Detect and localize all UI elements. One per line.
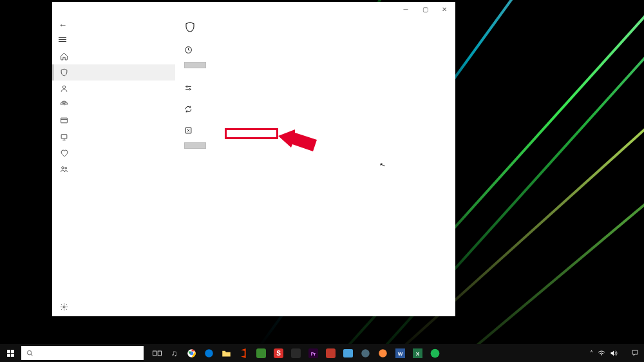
sidebar-item-account[interactable] <box>52 81 175 97</box>
system-tray: ˄ <box>585 349 644 357</box>
svg-point-1 <box>64 104 64 105</box>
start-button[interactable] <box>0 344 21 362</box>
shield-icon <box>184 21 196 33</box>
app-blue-icon[interactable] <box>339 344 357 362</box>
current-threats-heading <box>184 46 330 54</box>
app-red-icon[interactable]: S <box>270 344 287 362</box>
search-input[interactable] <box>21 346 144 360</box>
svg-point-36 <box>431 348 440 357</box>
titlebar: ─ ▢ ✕ <box>52 2 455 16</box>
page-title <box>184 21 330 33</box>
svg-rect-25 <box>291 348 301 358</box>
search-icon <box>26 350 33 357</box>
svg-point-31 <box>379 349 387 357</box>
sidebar-item-performance[interactable] <box>52 145 175 161</box>
premiere-icon[interactable]: Pr <box>305 344 322 362</box>
sidebar-item-device-security[interactable] <box>52 129 175 145</box>
svg-point-6 <box>63 306 65 308</box>
hamburger-icon[interactable] <box>52 33 175 48</box>
sidebar-item-home[interactable] <box>52 48 175 64</box>
explorer-icon[interactable] <box>218 344 235 362</box>
svg-rect-17 <box>153 351 156 356</box>
tray-chevron-icon[interactable]: ˄ <box>590 350 593 357</box>
taskbar: ♫ S Pr W X ˄ <box>0 344 644 362</box>
svg-rect-15 <box>11 354 14 357</box>
word-icon[interactable]: W <box>392 344 409 362</box>
aside <box>330 21 446 309</box>
svg-point-4 <box>62 167 64 169</box>
edge-icon[interactable] <box>200 344 218 362</box>
svg-point-5 <box>65 167 67 169</box>
app-globe-icon[interactable] <box>357 344 374 362</box>
svg-point-21 <box>205 349 213 357</box>
scan-icon <box>184 46 193 54</box>
sidebar-item-family[interactable] <box>52 161 175 177</box>
svg-point-9 <box>189 89 191 90</box>
heart-icon <box>60 149 68 157</box>
vtp-settings-heading <box>184 84 330 92</box>
windows-security-window: ─ ▢ ✕ ← <box>52 2 455 316</box>
sidebar: ← <box>52 16 175 316</box>
svg-rect-3 <box>61 135 67 139</box>
svg-rect-22 <box>256 348 266 358</box>
vtp-updates-heading <box>184 105 330 113</box>
svg-rect-14 <box>7 354 10 357</box>
svg-point-0 <box>62 86 65 88</box>
family-icon <box>60 165 68 173</box>
ransomware-heading <box>184 126 330 135</box>
gear-icon <box>60 303 68 311</box>
settings-icon <box>184 84 193 92</box>
sidebar-item-virus[interactable] <box>52 64 175 81</box>
home-icon <box>60 52 68 61</box>
firewall-icon <box>60 100 68 109</box>
svg-text:W: W <box>398 351 403 357</box>
quick-scan-button[interactable] <box>184 62 206 68</box>
back-button[interactable]: ← <box>52 16 175 33</box>
excel-icon[interactable]: X <box>409 344 426 362</box>
svg-rect-28 <box>326 348 336 358</box>
maximize-button[interactable]: ▢ <box>415 3 435 15</box>
main-content <box>175 16 455 316</box>
close-button[interactable]: ✕ <box>435 3 454 15</box>
minimize-button[interactable]: ─ <box>396 3 415 15</box>
wifi-icon[interactable] <box>598 350 605 356</box>
office-icon[interactable] <box>235 344 252 362</box>
svg-rect-29 <box>343 349 353 357</box>
updates-icon <box>184 105 193 113</box>
app-browser-icon <box>60 117 68 125</box>
itunes-icon[interactable]: ♫ <box>166 344 183 362</box>
svg-rect-2 <box>61 118 68 123</box>
svg-text:Pr: Pr <box>311 352 316 356</box>
device-security-icon <box>60 133 68 141</box>
chrome-icon[interactable] <box>183 344 200 362</box>
account-icon <box>60 84 68 93</box>
svg-text:S: S <box>276 350 281 357</box>
setup-onedrive-button[interactable] <box>184 142 206 149</box>
svg-point-16 <box>27 350 31 354</box>
ransomware-icon <box>184 126 193 135</box>
svg-text:X: X <box>416 351 420 357</box>
svg-rect-18 <box>158 351 161 356</box>
svg-point-30 <box>361 349 370 357</box>
task-view-icon[interactable] <box>148 344 166 362</box>
app-red2-icon[interactable] <box>322 344 339 362</box>
svg-rect-12 <box>7 350 10 353</box>
app-chat-icon[interactable] <box>374 344 392 362</box>
app-green-icon[interactable] <box>252 344 270 362</box>
svg-rect-13 <box>11 350 14 353</box>
sidebar-item-app-browser[interactable] <box>52 113 175 129</box>
notifications-icon[interactable] <box>631 349 639 357</box>
taskbar-apps: ♫ S Pr W X <box>148 344 444 362</box>
app-dark-icon[interactable] <box>287 344 305 362</box>
spotify-icon[interactable] <box>426 344 444 362</box>
sidebar-settings[interactable] <box>52 298 175 316</box>
sidebar-item-firewall[interactable] <box>52 97 175 113</box>
volume-icon[interactable] <box>610 350 618 357</box>
svg-point-8 <box>186 86 187 87</box>
shield-icon <box>60 68 68 77</box>
